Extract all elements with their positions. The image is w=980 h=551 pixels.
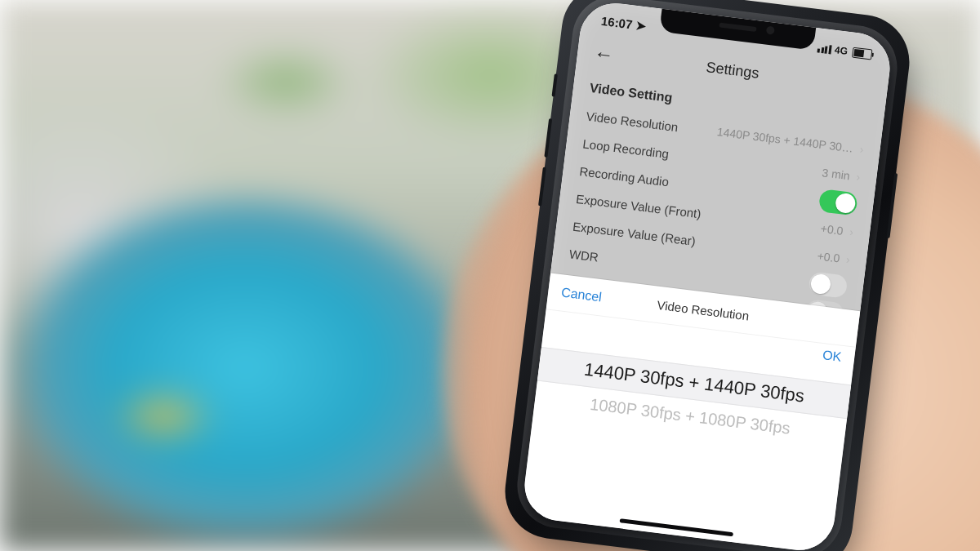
back-button[interactable]: ← [593, 42, 615, 67]
phone-frame: 16:07➤ 4G ← Settings Video Setting Video… [507, 0, 907, 551]
chevron-icon: › [849, 225, 854, 238]
row-value: 3 min› [822, 166, 862, 184]
row-label: Recording Audio [579, 164, 670, 189]
row-label: Loop Recording [582, 136, 670, 161]
chevron-icon: › [845, 253, 851, 266]
ok-button[interactable]: OK [822, 348, 842, 365]
location-icon: ➤ [635, 18, 647, 33]
row-value: +0.0› [820, 222, 854, 239]
picker-wheel[interactable]: 1440P 30fps + 1440P 30fps 1080P 30fps + … [533, 347, 851, 451]
status-right: 4G [817, 42, 873, 60]
phone-screen: 16:07➤ 4G ← Settings Video Setting Video… [521, 0, 894, 551]
chevron-icon: › [856, 170, 862, 183]
status-time: 16:07➤ [600, 14, 647, 34]
page-title: Settings [706, 59, 760, 82]
audio-toggle[interactable] [818, 189, 858, 216]
row-label: WDR [568, 247, 599, 264]
picker-title: Video Resolution [657, 297, 750, 322]
battery-icon [852, 47, 872, 60]
chevron-icon: › [859, 143, 865, 156]
row-value: +0.0› [817, 249, 851, 266]
cancel-button[interactable]: Cancel [560, 285, 603, 304]
row-label: Video Resolution [586, 109, 679, 134]
wdr-toggle[interactable] [808, 271, 848, 298]
signal-icon [817, 43, 832, 54]
carrier-label: 4G [834, 44, 849, 57]
picker-sheet: Cancel Video Resolution OK 1440P 30fps +… [521, 273, 861, 551]
